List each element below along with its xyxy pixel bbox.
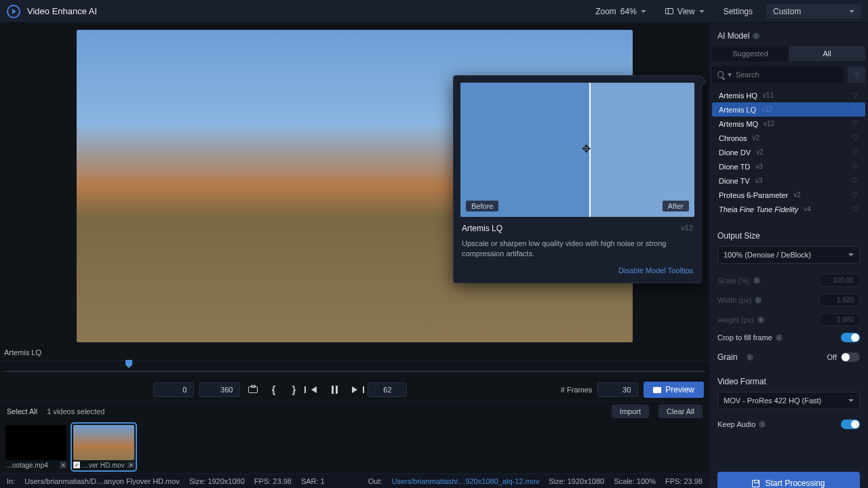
favorite-button[interactable]: ♡ [852,134,859,142]
remove-thumbnail-button[interactable]: ✕ [127,462,134,468]
out-fps: FPS: 23.98 [665,477,703,485]
model-name: Artemis MQ [719,120,758,128]
favorite-button[interactable]: ♡ [852,205,859,214]
timeline[interactable] [0,361,709,378]
remove-thumbnail-button[interactable]: ✕ [60,462,66,468]
current-frame-input[interactable]: 62 [368,382,407,397]
info-icon[interactable] [753,33,760,39]
select-all-button[interactable]: Select All [7,407,37,415]
playhead[interactable] [125,360,132,368]
settings-sidebar: AI Model Suggested All ▾ ♡ Artemis HQv11… [709,23,868,488]
grain-state: Off [827,353,837,361]
clear-all-button[interactable]: Clear All [658,405,703,418]
in-fps: FPS: 23.98 [254,477,292,485]
chevron-down-icon [849,10,854,13]
model-name: Proteus 6-Parameter [719,191,788,199]
model-name: Chronos [719,134,747,142]
model-name: Theia Fine Tune Fidelity [719,205,798,214]
monitor-icon [653,387,661,393]
active-model-label: Artemis LQ [4,348,41,357]
compare-slider-handle[interactable]: ✥ [582,142,597,157]
favorite-button[interactable]: ♡ [852,119,859,128]
model-version: v2 [793,191,801,199]
model-version: v11 [763,92,774,99]
model-row[interactable]: Theia Fine Tune Fidelityv4♡ [712,202,865,216]
before-after-compare[interactable]: ✥ Before After [460,83,694,217]
next-frame-button[interactable] [347,382,362,397]
preset-select[interactable]: Custom [766,4,861,19]
info-icon[interactable] [755,297,762,304]
pause-button[interactable] [327,382,342,397]
video-thumbnail[interactable]: ✓ …ver HD.mov ✕ [72,424,136,470]
favorite-button[interactable]: ♡ [852,148,859,157]
out-path-link[interactable]: Users/brianmatiash/…920x1080_alq-12.mov [392,477,540,485]
info-icon[interactable] [747,354,753,361]
grain-toggle[interactable] [841,352,860,362]
model-name: Dione DV [719,148,751,157]
out-size: Size: 1920x1080 [549,477,604,485]
model-row[interactable]: Dione TDv3♡ [712,159,865,174]
app-logo-icon [7,5,20,18]
model-row[interactable]: Proteus 6-Parameterv2♡ [712,188,865,202]
app-title: Video Enhance AI [27,6,97,16]
favorite-button[interactable]: ♡ [852,162,859,171]
model-name: Dione TD [719,163,750,171]
video-thumbnail[interactable]: …ootage.mp4 ✕ [5,425,66,469]
selected-count: 1 videos selected [47,407,104,415]
video-viewport[interactable]: Artemis LQ ✥ Before After Artemis LQ v12 [0,23,709,361]
width-row: Width (px) 1,920 [709,290,868,310]
view-control[interactable]: View [660,4,710,19]
chevron-down-icon [848,253,854,256]
favorite-button[interactable]: ♡ [852,105,859,114]
chevron-down-icon [699,10,705,13]
model-row[interactable]: Artemis MQv12♡ [712,117,865,131]
model-row[interactable]: Artemis HQv11♡ [712,88,865,102]
favorites-filter-button[interactable]: ♡ [848,66,865,83]
model-row[interactable]: Dione DVv2♡ [712,145,865,159]
heart-icon: ♡ [853,70,860,79]
model-search-input[interactable]: ▾ [712,66,844,83]
model-row[interactable]: Artemis LQv12♡ [712,102,865,117]
save-icon [752,480,760,487]
crop-toggle[interactable] [841,333,860,342]
model-row[interactable]: Chronosv2♡ [712,131,865,145]
tooltip-pointer [697,77,707,86]
info-icon[interactable] [753,277,760,284]
tab-all[interactable]: All [789,46,865,61]
favorite-button[interactable]: ♡ [852,91,859,100]
video-format-select[interactable]: MOV - ProRes 422 HQ (Fast) [717,392,860,409]
view-label: View [677,7,695,16]
tooltip-model-name: Artemis LQ [462,224,502,233]
mark-out-button[interactable] [286,382,301,397]
start-processing-button[interactable]: Start Processing [717,472,860,488]
snapshot-button[interactable] [245,382,260,397]
keep-audio-toggle[interactable] [841,420,860,429]
favorite-button[interactable]: ♡ [852,190,859,199]
import-button[interactable]: Import [612,405,649,418]
info-icon[interactable] [757,317,764,323]
in-frame-input[interactable]: 0 [153,382,194,397]
output-size-select[interactable]: 100% (Denoise / DeBlock) [717,246,860,264]
mark-in-button[interactable] [266,382,281,397]
out-frame-input[interactable]: 360 [199,382,240,397]
frames-input[interactable]: 30 [597,382,638,397]
tooltip-description: Upscale or sharpen low quality video wit… [462,239,693,260]
settings-button[interactable]: Settings [724,7,753,16]
preview-button[interactable]: Preview [644,382,704,398]
height-value: 1,080 [819,313,860,326]
tab-suggested[interactable]: Suggested [712,46,789,61]
model-version: v12 [762,106,772,113]
prev-frame-button[interactable] [307,382,321,397]
zoom-control[interactable]: Zoom 64% [595,7,646,16]
disable-tooltips-link[interactable]: Disable Model Tooltips [462,266,693,274]
grain-row: Grain Off [709,346,868,369]
status-bar: In: Users/brianmatiash/D…anyon Flyover H… [0,473,709,488]
in-size: Size: 1920x1080 [189,477,245,485]
info-icon[interactable] [759,421,766,428]
thumbnail-filename: …ootage.mp4 [5,462,58,469]
favorite-button[interactable]: ♡ [852,176,859,185]
thumbnail-checkbox[interactable]: ✓ [73,462,80,468]
thumbnail-image [73,425,134,460]
model-row[interactable]: Dione TVv3♡ [712,174,865,188]
info-icon[interactable] [776,334,783,341]
